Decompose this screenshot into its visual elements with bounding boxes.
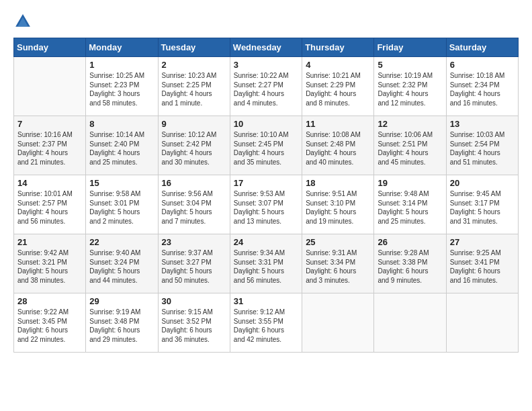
- calendar-cell: 6Sunrise: 10:18 AMSunset: 2:34 PMDayligh…: [446, 57, 518, 116]
- cell-content: Sunrise: 9:31 AMSunset: 3:34 PMDaylight:…: [306, 248, 370, 285]
- day-number: 28: [17, 296, 82, 306]
- logo-icon: [13, 12, 32, 31]
- cell-content: Sunrise: 9:45 AMSunset: 3:17 PMDaylight:…: [450, 189, 515, 226]
- day-number: 15: [89, 178, 154, 188]
- weekday-header-wednesday: Wednesday: [230, 38, 302, 57]
- calendar-cell: 24Sunrise: 9:34 AMSunset: 3:31 PMDayligh…: [230, 234, 302, 293]
- weekday-header-sunday: Sunday: [14, 38, 86, 57]
- day-number: 19: [378, 178, 442, 188]
- calendar-cell: 15Sunrise: 9:58 AMSunset: 3:01 PMDayligh…: [86, 175, 158, 234]
- day-number: 11: [306, 119, 370, 129]
- week-row-1: 1Sunrise: 10:25 AMSunset: 2:23 PMDayligh…: [14, 57, 519, 116]
- cell-content: Sunrise: 9:58 AMSunset: 3:01 PMDaylight:…: [89, 189, 154, 226]
- logo: [13, 12, 35, 31]
- calendar-cell: 17Sunrise: 9:53 AMSunset: 3:07 PMDayligh…: [230, 175, 302, 234]
- day-number: 1: [89, 60, 154, 70]
- calendar-cell: 23Sunrise: 9:37 AMSunset: 3:27 PMDayligh…: [158, 234, 230, 293]
- day-number: 22: [89, 237, 154, 247]
- cell-content: Sunrise: 9:25 AMSunset: 3:41 PMDaylight:…: [450, 248, 515, 285]
- cell-content: Sunrise: 9:51 AMSunset: 3:10 PMDaylight:…: [306, 189, 370, 226]
- cell-content: Sunrise: 9:56 AMSunset: 3:04 PMDaylight:…: [162, 189, 226, 226]
- cell-content: Sunrise: 10:23 AMSunset: 2:25 PMDaylight…: [162, 71, 226, 107]
- calendar-cell: 13Sunrise: 10:03 AMSunset: 2:54 PMDaylig…: [446, 116, 518, 175]
- week-row-2: 7Sunrise: 10:16 AMSunset: 2:37 PMDayligh…: [14, 116, 519, 175]
- week-row-4: 21Sunrise: 9:42 AMSunset: 3:21 PMDayligh…: [14, 234, 519, 293]
- calendar-cell: 30Sunrise: 9:15 AMSunset: 3:52 PMDayligh…: [158, 293, 230, 353]
- calendar-cell: [302, 293, 374, 353]
- day-number: 16: [162, 178, 226, 188]
- cell-content: Sunrise: 10:21 AMSunset: 2:29 PMDaylight…: [306, 71, 370, 107]
- calendar-cell: [446, 293, 518, 353]
- day-number: 26: [378, 237, 442, 247]
- cell-content: Sunrise: 10:16 AMSunset: 2:37 PMDaylight…: [17, 130, 82, 167]
- cell-content: Sunrise: 10:25 AMSunset: 2:23 PMDaylight…: [89, 71, 154, 107]
- cell-content: Sunrise: 9:40 AMSunset: 3:24 PMDaylight:…: [89, 248, 154, 285]
- weekday-header-saturday: Saturday: [446, 38, 518, 57]
- day-number: 10: [234, 119, 298, 129]
- day-number: 2: [162, 60, 226, 70]
- cell-content: Sunrise: 10:03 AMSunset: 2:54 PMDaylight…: [450, 130, 515, 167]
- day-number: 23: [162, 237, 226, 247]
- cell-content: Sunrise: 10:12 AMSunset: 2:42 PMDaylight…: [162, 130, 226, 167]
- calendar-cell: 14Sunrise: 10:01 AMSunset: 2:57 PMDaylig…: [14, 175, 86, 234]
- cell-content: Sunrise: 9:15 AMSunset: 3:52 PMDaylight:…: [162, 308, 226, 344]
- day-number: 24: [234, 237, 298, 247]
- day-number: 3: [234, 60, 298, 70]
- calendar-cell: 9Sunrise: 10:12 AMSunset: 2:42 PMDayligh…: [158, 116, 230, 175]
- cell-content: Sunrise: 10:01 AMSunset: 2:57 PMDaylight…: [17, 189, 82, 226]
- calendar-table: SundayMondayTuesdayWednesdayThursdayFrid…: [13, 38, 519, 353]
- calendar-cell: 12Sunrise: 10:06 AMSunset: 2:51 PMDaylig…: [374, 116, 446, 175]
- calendar-cell: 20Sunrise: 9:45 AMSunset: 3:17 PMDayligh…: [446, 175, 518, 234]
- day-number: 7: [17, 119, 82, 129]
- cell-content: Sunrise: 10:18 AMSunset: 2:34 PMDaylight…: [450, 71, 515, 107]
- calendar-cell: 22Sunrise: 9:40 AMSunset: 3:24 PMDayligh…: [86, 234, 158, 293]
- calendar-cell: 3Sunrise: 10:22 AMSunset: 2:27 PMDayligh…: [230, 57, 302, 116]
- day-number: 21: [17, 237, 82, 247]
- day-number: 31: [234, 296, 298, 306]
- cell-content: Sunrise: 9:12 AMSunset: 3:55 PMDaylight:…: [234, 308, 298, 344]
- calendar-cell: 31Sunrise: 9:12 AMSunset: 3:55 PMDayligh…: [230, 293, 302, 353]
- weekday-header-tuesday: Tuesday: [158, 38, 230, 57]
- day-number: 4: [306, 60, 370, 70]
- calendar-cell: 18Sunrise: 9:51 AMSunset: 3:10 PMDayligh…: [302, 175, 374, 234]
- cell-content: Sunrise: 10:06 AMSunset: 2:51 PMDaylight…: [378, 130, 442, 167]
- day-number: 14: [17, 178, 82, 188]
- weekday-header-friday: Friday: [374, 38, 446, 57]
- day-number: 12: [378, 119, 442, 129]
- cell-content: Sunrise: 9:42 AMSunset: 3:21 PMDaylight:…: [17, 248, 82, 285]
- week-row-5: 28Sunrise: 9:22 AMSunset: 3:45 PMDayligh…: [14, 293, 519, 353]
- day-number: 20: [450, 178, 515, 188]
- day-number: 17: [234, 178, 298, 188]
- calendar-cell: 5Sunrise: 10:19 AMSunset: 2:32 PMDayligh…: [374, 57, 446, 116]
- day-number: 29: [89, 296, 154, 306]
- cell-content: Sunrise: 9:37 AMSunset: 3:27 PMDaylight:…: [162, 248, 226, 285]
- weekday-header-row: SundayMondayTuesdayWednesdayThursdayFrid…: [14, 38, 519, 57]
- calendar-cell: 7Sunrise: 10:16 AMSunset: 2:37 PMDayligh…: [14, 116, 86, 175]
- calendar-cell: 26Sunrise: 9:28 AMSunset: 3:38 PMDayligh…: [374, 234, 446, 293]
- cell-content: Sunrise: 10:08 AMSunset: 2:48 PMDaylight…: [306, 130, 370, 167]
- calendar-cell: 8Sunrise: 10:14 AMSunset: 2:40 PMDayligh…: [86, 116, 158, 175]
- day-number: 9: [162, 119, 226, 129]
- cell-content: Sunrise: 9:34 AMSunset: 3:31 PMDaylight:…: [234, 248, 298, 285]
- cell-content: Sunrise: 10:22 AMSunset: 2:27 PMDaylight…: [234, 71, 298, 107]
- day-number: 13: [450, 119, 515, 129]
- weekday-header-monday: Monday: [86, 38, 158, 57]
- weekday-header-thursday: Thursday: [302, 38, 374, 57]
- calendar-cell: 4Sunrise: 10:21 AMSunset: 2:29 PMDayligh…: [302, 57, 374, 116]
- cell-content: Sunrise: 10:14 AMSunset: 2:40 PMDaylight…: [89, 130, 154, 167]
- cell-content: Sunrise: 9:48 AMSunset: 3:14 PMDaylight:…: [378, 189, 442, 226]
- calendar-cell: 19Sunrise: 9:48 AMSunset: 3:14 PMDayligh…: [374, 175, 446, 234]
- calendar-cell: 2Sunrise: 10:23 AMSunset: 2:25 PMDayligh…: [158, 57, 230, 116]
- day-number: 30: [162, 296, 226, 306]
- week-row-3: 14Sunrise: 10:01 AMSunset: 2:57 PMDaylig…: [14, 175, 519, 234]
- cell-content: Sunrise: 9:28 AMSunset: 3:38 PMDaylight:…: [378, 248, 442, 285]
- day-number: 27: [450, 237, 515, 247]
- cell-content: Sunrise: 9:53 AMSunset: 3:07 PMDaylight:…: [234, 189, 298, 226]
- calendar-cell: [374, 293, 446, 353]
- cell-content: Sunrise: 10:10 AMSunset: 2:45 PMDaylight…: [234, 130, 298, 167]
- calendar-cell: 10Sunrise: 10:10 AMSunset: 2:45 PMDaylig…: [230, 116, 302, 175]
- calendar-cell: 21Sunrise: 9:42 AMSunset: 3:21 PMDayligh…: [14, 234, 86, 293]
- day-number: 5: [378, 60, 442, 70]
- cell-content: Sunrise: 9:22 AMSunset: 3:45 PMDaylight:…: [17, 308, 82, 344]
- calendar-cell: 11Sunrise: 10:08 AMSunset: 2:48 PMDaylig…: [302, 116, 374, 175]
